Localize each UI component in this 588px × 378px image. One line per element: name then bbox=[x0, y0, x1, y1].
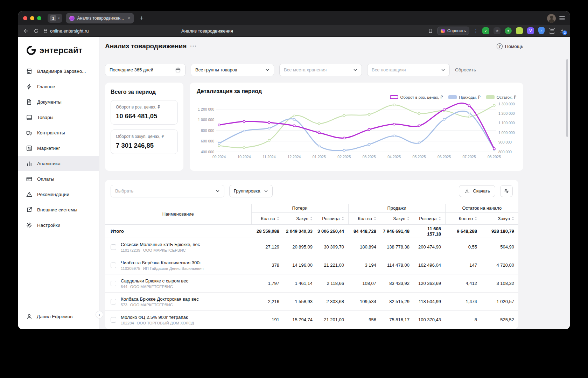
sidebar-item-truck[interactable]: Контрагенты bbox=[18, 125, 99, 140]
column-header[interactable]: Кол-во bbox=[445, 213, 481, 225]
reset-filters-button[interactable]: Сбросить bbox=[455, 67, 476, 72]
close-window-button[interactable] bbox=[23, 16, 27, 20]
blue-shield-extension-icon[interactable]: ✓ bbox=[538, 27, 545, 34]
product-supplier: ООО МАРКЕТСЕРВИС bbox=[130, 285, 173, 289]
browser-menu-button[interactable] bbox=[559, 16, 565, 21]
active-tab[interactable]: Анализ товародвижен... ✕ bbox=[66, 13, 134, 23]
new-tab-button[interactable]: + bbox=[138, 14, 146, 22]
column-group-header: Потери bbox=[251, 204, 348, 213]
asterisk-extension-icon[interactable]: ✳ bbox=[493, 27, 500, 34]
sidebar-item-bar-chart[interactable]: Аналитика bbox=[18, 156, 99, 171]
storage-filter[interactable]: Все места хранения bbox=[279, 64, 362, 76]
row-checkbox[interactable] bbox=[111, 262, 116, 268]
product-code: 110305975 bbox=[121, 266, 140, 271]
column-header[interactable]: Розница bbox=[414, 213, 445, 225]
minimize-window-button[interactable] bbox=[30, 16, 34, 20]
legend-label: Оборот в роз. ценах, ₽ bbox=[400, 95, 443, 100]
table-row[interactable]: Колбаса Брюкке Докторская вар вес573ООО … bbox=[105, 293, 518, 311]
table-card: Выбрать Группировка Скачать bbox=[105, 180, 518, 329]
metric-select[interactable]: Выбрать bbox=[111, 185, 224, 197]
cell-value: 14 196,00 bbox=[284, 256, 317, 274]
product-name: Сардельки Брюкке с сыром вес bbox=[121, 278, 188, 284]
suppliers-filter[interactable]: Все поставщики bbox=[367, 64, 450, 76]
zoom-window-button[interactable] bbox=[37, 16, 41, 20]
column-header-name[interactable]: Наименование bbox=[105, 204, 251, 225]
column-header[interactable]: Закуп bbox=[380, 213, 414, 225]
column-header[interactable]: Кол-во bbox=[251, 213, 284, 225]
svg-text:1 200 000: 1 200 000 bbox=[198, 107, 214, 111]
sidebar-item-document[interactable]: Документы bbox=[18, 94, 99, 110]
lightning-icon bbox=[26, 83, 33, 90]
leaf-extension-icon[interactable] bbox=[516, 27, 523, 34]
download-button[interactable]: Скачать bbox=[459, 185, 495, 197]
cell-value: 108,07 bbox=[348, 274, 380, 293]
cell-value: 114 478,00 bbox=[380, 256, 414, 274]
table-row[interactable]: Сардельки Брюкке с сыром вес644ООО МАРКЕ… bbox=[105, 274, 518, 293]
green-circle-extension-icon[interactable]: ● bbox=[505, 27, 512, 34]
page-scrollbar[interactable] bbox=[566, 59, 568, 137]
profile-avatar[interactable] bbox=[547, 14, 556, 23]
help-button[interactable]: ? Помощь bbox=[497, 43, 523, 49]
table-total-row: Итого28 559,0882 049 340,333 006 260,448… bbox=[105, 225, 518, 238]
table-row[interactable]: Чиабатта Берёзка Классическая 300г110305… bbox=[105, 256, 518, 274]
reload-button[interactable] bbox=[34, 28, 39, 34]
sliders-icon bbox=[504, 188, 510, 194]
chevron-down-icon bbox=[265, 68, 270, 72]
table-row[interactable]: Молоко ФЦ 2.5% 900г тетрапак102284ООО ТО… bbox=[105, 311, 518, 329]
row-checkbox[interactable] bbox=[111, 317, 116, 323]
sidebar-user[interactable]: Данил Ефремов bbox=[18, 307, 99, 329]
row-checkbox[interactable] bbox=[111, 244, 116, 250]
page-title-menu-icon[interactable]: ··· bbox=[190, 43, 197, 49]
sidebar-item-warning[interactable]: Рекомендации bbox=[18, 187, 99, 202]
v-extension-icon[interactable]: V bbox=[527, 27, 534, 34]
period-filter[interactable]: Последние 365 дней bbox=[105, 64, 186, 76]
line-chart: 1 200 0001 000 000800 000600 000400 0001… bbox=[197, 101, 516, 163]
sidebar-item-gear[interactable]: Настройки bbox=[18, 217, 99, 233]
app-root: энтерсайт Владимира Заровно...ГлавноеДок… bbox=[18, 37, 570, 329]
cell-value: 118 504,99 bbox=[414, 293, 445, 311]
summary-title: Всего за период bbox=[111, 89, 178, 95]
tab-counter[interactable]: 1 ▾ bbox=[48, 14, 62, 23]
sort-icon bbox=[342, 217, 344, 220]
ask-ai-button[interactable]: Спросить bbox=[437, 27, 469, 35]
column-header[interactable]: Кол-во bbox=[348, 213, 380, 225]
product-groups-filter[interactable]: Все группы товаров bbox=[191, 64, 274, 76]
more-options-icon[interactable]: ⋮ bbox=[474, 28, 478, 34]
svg-text:1 000 000: 1 000 000 bbox=[498, 130, 515, 134]
app-logo[interactable]: энтерсайт bbox=[18, 37, 99, 61]
back-button[interactable] bbox=[23, 28, 29, 34]
column-header[interactable]: Закуп bbox=[284, 213, 317, 225]
sidebar-item-box[interactable]: Товары bbox=[18, 110, 99, 125]
browser-frames-icon[interactable] bbox=[549, 28, 555, 34]
column-header[interactable]: Розница bbox=[317, 213, 348, 225]
shield-check-extension-icon[interactable]: ✓ bbox=[482, 27, 489, 34]
sidebar-item-card[interactable]: Оплаты bbox=[18, 171, 99, 187]
sort-icon bbox=[310, 217, 313, 220]
sidebar-item-external[interactable]: Внешние системы bbox=[18, 202, 99, 217]
table-settings-button[interactable] bbox=[500, 185, 513, 197]
chevron-down-icon bbox=[216, 189, 220, 193]
cell-value: 120 363,69 bbox=[414, 274, 445, 293]
svg-text:04.2025: 04.2025 bbox=[387, 155, 401, 159]
person-icon bbox=[26, 313, 33, 320]
close-tab-icon[interactable]: ✕ bbox=[127, 16, 131, 21]
cell-value: 4 720,00 bbox=[481, 256, 518, 274]
column-header[interactable]: Закуп bbox=[481, 213, 518, 225]
sidebar-item-store[interactable]: Владимира Заровно... bbox=[18, 63, 99, 79]
sidebar-item-label: Главное bbox=[37, 84, 55, 89]
bookmark-button[interactable] bbox=[428, 28, 433, 34]
sidebar-collapse-button[interactable]: ‹ bbox=[96, 311, 103, 318]
sidebar-item-percent[interactable]: Маркетинг bbox=[18, 140, 99, 156]
row-checkbox[interactable] bbox=[111, 299, 116, 304]
address-bar[interactable]: online.entersight.ru bbox=[43, 28, 89, 34]
table-row[interactable]: Сосиски Молочные катБ Брюкке, вес1101722… bbox=[105, 238, 518, 256]
cell-value: 162 496,04 bbox=[414, 256, 445, 274]
sidebar-item-lightning[interactable]: Главное bbox=[18, 79, 99, 94]
total-value: 9 648,288 bbox=[445, 225, 481, 238]
grouping-select[interactable]: Группировка bbox=[229, 185, 273, 197]
downloads-button[interactable]: 2 bbox=[559, 28, 565, 34]
total-label: Итого bbox=[105, 225, 251, 238]
product-name: Чиабатта Берёзка Классическая 300г bbox=[121, 260, 204, 265]
cell-value: 4,412 bbox=[445, 274, 481, 293]
row-checkbox[interactable] bbox=[111, 281, 116, 286]
